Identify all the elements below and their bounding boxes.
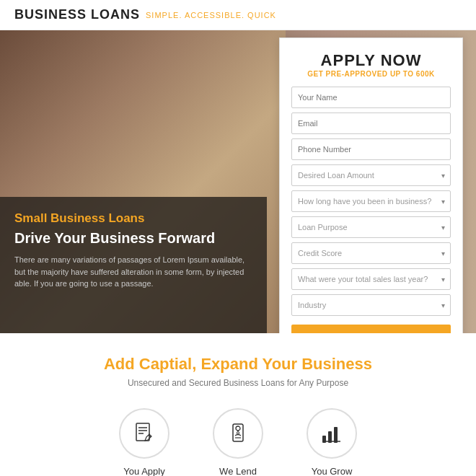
loan-purpose-wrapper: Loan Purpose xyxy=(291,216,451,238)
bottom-heading: Add Captial, Expand Your Business xyxy=(14,355,462,374)
name-input[interactable] xyxy=(291,87,451,108)
apply-icon xyxy=(132,421,157,446)
lend-icon-circle xyxy=(213,408,263,459)
header: BUSINESS LOANS SIMPLE. ACCESSIBLE. QUICK xyxy=(0,0,476,30)
svg-rect-0 xyxy=(136,423,149,441)
grow-icon xyxy=(319,421,344,446)
loan-amount-select[interactable]: Desired Loan Amount xyxy=(291,164,451,186)
svg-rect-10 xyxy=(334,427,338,443)
hero-tagline-orange: Small Business Loans xyxy=(14,211,252,226)
apply-card-subtitle: GET PRE-APPROVED UP TO 600K xyxy=(291,70,451,78)
feature-lend: We Lend xyxy=(213,408,263,476)
feature-grow: You Grow xyxy=(307,408,357,476)
grow-icon-circle xyxy=(307,408,357,459)
hero-overlay: Small Business Loans Drive Your Business… xyxy=(0,197,267,333)
header-title: BUSINESS LOANS xyxy=(14,7,140,22)
lend-icon xyxy=(226,421,250,446)
hero-section: Small Business Loans Drive Your Business… xyxy=(0,30,476,333)
hero-body-text: There are many variations of passages of… xyxy=(14,254,252,290)
grow-label: You Grow xyxy=(312,466,353,476)
email-input[interactable] xyxy=(291,113,451,134)
apply-label: You Apply xyxy=(123,466,164,476)
qualify-button[interactable]: SEE IF YOU QUALIFY xyxy=(291,325,451,333)
bottom-subheading: Unsecured and Secured Business Loans for… xyxy=(14,378,462,388)
phone-input[interactable] xyxy=(291,138,451,160)
bottom-section: Add Captial, Expand Your Business Unsecu… xyxy=(0,333,476,476)
credit-score-select[interactable]: Credit Score xyxy=(291,242,451,264)
header-subtitle: SIMPLE. ACCESSIBLE. QUICK xyxy=(146,11,276,19)
apply-icon-circle xyxy=(119,408,169,459)
loan-amount-wrapper: Desired Loan Amount xyxy=(291,164,451,186)
loan-purpose-select[interactable]: Loan Purpose xyxy=(291,216,451,238)
apply-card-title: APPLY NOW xyxy=(291,51,451,70)
feature-apply: You Apply xyxy=(119,408,169,476)
time-in-business-wrapper: How long have you been in business? xyxy=(291,190,451,212)
apply-card: APPLY NOW GET PRE-APPROVED UP TO 600K De… xyxy=(279,38,463,333)
time-in-business-select[interactable]: How long have you been in business? xyxy=(291,190,451,212)
total-sales-select[interactable]: What were your total sales last year? xyxy=(291,268,451,290)
industry-wrapper: Industry xyxy=(291,294,451,316)
total-sales-wrapper: What were your total sales last year? xyxy=(291,268,451,290)
hero-tagline-white: Drive Your Business Forward xyxy=(14,229,252,247)
features-row: You Apply We Lend xyxy=(14,408,462,476)
lend-label: We Lend xyxy=(219,466,257,476)
credit-score-wrapper: Credit Score xyxy=(291,242,451,264)
industry-select[interactable]: Industry xyxy=(291,294,451,316)
